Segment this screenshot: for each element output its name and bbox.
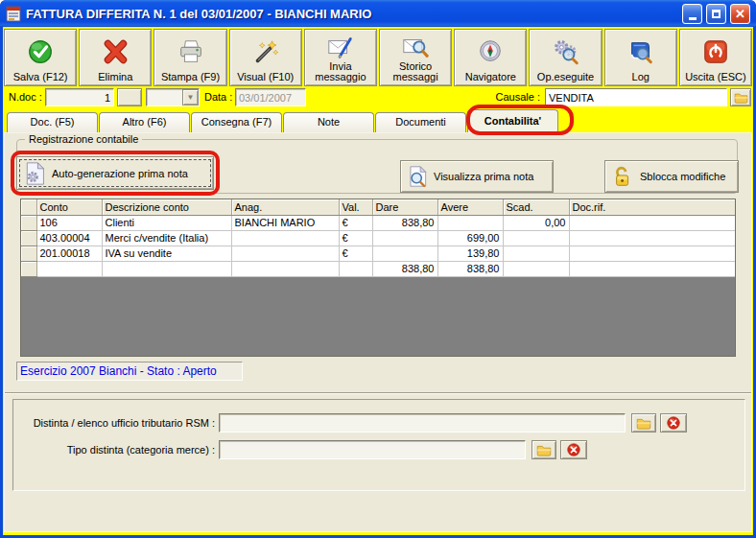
col-conto: Conto: [36, 199, 102, 215]
navigatore-button[interactable]: Navigatore: [454, 29, 527, 86]
causale-folder-button[interactable]: [730, 88, 751, 106]
tipo-distinta-input[interactable]: [219, 440, 526, 459]
doc-search-icon: [407, 164, 428, 189]
magic-wand-icon: [251, 32, 280, 72]
tipo-distinta-folder-button[interactable]: [532, 440, 556, 459]
auto-generazione-button[interactable]: Auto-generazione prima nota: [16, 156, 214, 190]
salva-button[interactable]: Salva (F12): [4, 29, 77, 86]
tab-altro-f6[interactable]: Altro (F6): [99, 112, 190, 132]
cancel-icon: [666, 415, 681, 431]
op-eseguite-label: Op.eseguite: [537, 72, 594, 82]
prima-nota-grid: Conto Descrizione conto Anag. Val. Dare …: [20, 199, 736, 357]
invia-messaggio-button[interactable]: Invia messaggio: [304, 29, 377, 86]
stampa-button[interactable]: Stampa (F9): [154, 29, 226, 86]
col-selector: [21, 199, 36, 215]
maximize-button[interactable]: [706, 4, 726, 24]
distinta-clear-button[interactable]: [660, 413, 687, 433]
grid-row-3[interactable]: 201.00018 IVA su vendite € 139,80: [21, 246, 735, 261]
annotation-ring-autogen: Auto-generazione prima nota: [11, 151, 220, 196]
col-val: Val.: [339, 199, 372, 215]
data-input[interactable]: [235, 88, 306, 106]
col-dare: Dare: [372, 199, 437, 215]
tab-documenti[interactable]: Documenti: [375, 112, 466, 132]
distinta-input[interactable]: [219, 413, 626, 433]
app-window: FATTURA DIFFERITA N. 1 del 03/01/2007 - …: [0, 0, 756, 538]
minimize-button[interactable]: [682, 4, 702, 24]
grid-row-2[interactable]: 403.00004 Merci c/vendite (Italia) € 699…: [21, 230, 735, 246]
log-label: Log: [632, 72, 650, 82]
navigatore-label: Navigatore: [465, 72, 516, 82]
tab-doc-f5[interactable]: Doc. (F5): [7, 112, 98, 132]
tipo-distinta-label: Tipo distinta (categoria merce) :: [23, 444, 215, 456]
auto-generazione-label: Auto-generazione prima nota: [52, 168, 188, 179]
tab-consegna-f7[interactable]: Consegna (F7): [191, 112, 282, 132]
ndoc-label: N.doc :: [9, 91, 42, 103]
tab-note[interactable]: Note: [283, 112, 374, 132]
uscita-button[interactable]: Uscita (ESC): [679, 29, 752, 86]
folder-icon: [734, 91, 748, 104]
delete-x-icon: [101, 32, 130, 72]
data-label: Data :: [204, 91, 232, 103]
tab-strip: Doc. (F5) Altro (F6) Consegna (F7) Note …: [3, 109, 753, 132]
salva-label: Salva (F12): [13, 72, 68, 82]
folder-icon: [636, 416, 651, 430]
elimina-button[interactable]: Elimina: [79, 29, 152, 86]
elimina-label: Elimina: [98, 72, 132, 82]
app-icon: [6, 6, 22, 22]
ndoc-input[interactable]: [45, 88, 114, 106]
log-button[interactable]: Log: [604, 29, 677, 86]
col-scad: Scad.: [503, 199, 569, 215]
col-avere: Avere: [437, 199, 503, 215]
visualizza-prima-nota-label: Visualizza prima nota: [434, 171, 533, 182]
storico-messaggi-button[interactable]: Storico messaggi: [379, 29, 452, 86]
power-exit-icon: [701, 32, 730, 72]
doc-gear-icon: [23, 161, 46, 186]
visual-button[interactable]: Visual (F10): [229, 29, 302, 86]
close-button[interactable]: ✕: [730, 4, 750, 24]
tab-contabilita[interactable]: Contabilita': [467, 109, 558, 132]
sblocca-modifiche-label: Sblocca modifiche: [640, 171, 725, 182]
doc-type-combo-value: [147, 89, 182, 105]
distinta-folder-button[interactable]: [631, 413, 656, 433]
visual-label: Visual (F10): [237, 72, 294, 82]
grid-header-row: Conto Descrizione conto Anag. Val. Dare …: [21, 199, 735, 215]
tipo-distinta-clear-button[interactable]: [560, 440, 587, 459]
gears-search-icon: [552, 32, 580, 72]
open-lock-icon: [611, 165, 634, 189]
printer-icon: [177, 32, 205, 72]
cancel-icon: [566, 442, 581, 457]
panel-divider: [5, 392, 751, 394]
col-descrizione: Descrizione conto: [102, 199, 231, 215]
folder-icon: [536, 443, 552, 456]
distinta-panel: Distinta / elenco ufficio tributario RSM…: [12, 399, 745, 491]
group-title: Registrazione contabile: [25, 133, 142, 145]
storico-messaggi-label: Storico messaggi: [381, 61, 450, 82]
chevron-down-icon: ▼: [182, 89, 199, 105]
grid-totals-row[interactable]: 838,80 838,80: [21, 261, 735, 276]
causale-input[interactable]: [545, 88, 727, 106]
causale-label: Causale :: [425, 91, 540, 103]
distinta-label: Distinta / elenco ufficio tributario RSM…: [23, 417, 215, 429]
title-bar: FATTURA DIFFERITA N. 1 del 03/01/2007 - …: [0, 0, 756, 27]
doc-type-combo[interactable]: ▼: [146, 88, 200, 106]
invia-messaggio-label: Invia messaggio: [306, 61, 375, 82]
save-check-icon: [26, 32, 55, 72]
ndoc-side-button[interactable]: [117, 88, 142, 106]
log-book-search-icon: [626, 32, 655, 72]
grid-row-1[interactable]: 106 Clienti BIANCHI MARIO € 838,80 0,00: [21, 215, 735, 230]
sblocca-modifiche-button[interactable]: Sblocca modifiche: [604, 160, 739, 193]
contabilita-tab-page: Registrazione contabile Auto-generazione…: [4, 132, 752, 532]
col-anag: Anag.: [231, 199, 339, 215]
stampa-label: Stampa (F9): [161, 72, 220, 82]
visualizza-prima-nota-button[interactable]: Visualizza prima nota: [400, 160, 554, 193]
esercizio-status: Esercizio 2007 Bianchi - Stato : Aperto: [16, 362, 243, 381]
toolbar: Salva (F12) Elimina Stampa (F9) Visual (…: [4, 29, 752, 86]
col-docrif: Doc.rif.: [569, 199, 735, 215]
mail-search-icon: [401, 32, 430, 61]
document-fields-row: N.doc : ▼ Data : Causale :: [3, 88, 753, 107]
window-title: FATTURA DIFFERITA N. 1 del 03/01/2007 - …: [26, 7, 678, 21]
op-eseguite-button[interactable]: Op.eseguite: [529, 29, 602, 86]
client-area: Salva (F12) Elimina Stampa (F9) Visual (…: [3, 27, 753, 535]
uscita-label: Uscita (ESC): [685, 72, 746, 82]
mail-pen-icon: [326, 32, 355, 61]
